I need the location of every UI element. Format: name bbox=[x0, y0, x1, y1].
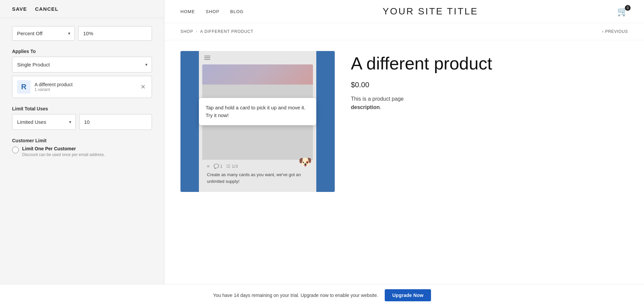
product-info: A different product 1 variant bbox=[35, 82, 135, 92]
cancel-button[interactable]: CANCEL bbox=[35, 5, 59, 13]
dog-emoji: 🐶 bbox=[299, 156, 312, 168]
limit-type-select[interactable]: Limited Uses Unlimited Uses bbox=[12, 114, 75, 130]
card-footer-icons: ≡ 💬 1 ☑ 1/3 bbox=[207, 164, 308, 169]
previous-link[interactable]: ‹ PREVIOUS bbox=[602, 29, 628, 34]
applies-to-label: Applies To bbox=[12, 49, 152, 54]
limit-one-label: Limit One Per Customer bbox=[22, 146, 105, 151]
description-bold: description bbox=[351, 104, 380, 110]
bottom-banner: You have 14 days remaining on your trial… bbox=[0, 284, 644, 306]
discount-type-select[interactable]: Percent Off Amount Off Free Shipping bbox=[12, 27, 74, 40]
menu-line-2 bbox=[204, 57, 210, 58]
tooltip-card: Tap and hold a card to pick it up and mo… bbox=[199, 98, 316, 125]
banner-message: You have 14 days remaining on your trial… bbox=[213, 293, 378, 298]
limit-one-radio-row: Limit One Per Customer Discount can be u… bbox=[12, 146, 152, 157]
count-icon: 💬 1 bbox=[214, 164, 223, 169]
menu-line-1 bbox=[204, 56, 210, 56]
discount-type-select-wrapper[interactable]: Percent Off Amount Off Free Shipping ▾ bbox=[12, 26, 75, 41]
menu-icon bbox=[204, 56, 210, 60]
site-title: YOUR SITE TITLE bbox=[244, 6, 617, 17]
discount-type-row: Percent Off Amount Off Free Shipping ▾ bbox=[12, 26, 152, 41]
site-header: HOME SHOP BLOG YOUR SITE TITLE 🛒 0 bbox=[164, 0, 644, 23]
comment-icon: ≡ bbox=[207, 164, 210, 169]
site-nav: HOME SHOP BLOG bbox=[180, 9, 244, 14]
save-button[interactable]: SAVE bbox=[12, 5, 27, 13]
card-top-strip bbox=[202, 64, 313, 85]
limit-value-input[interactable] bbox=[79, 114, 152, 130]
cart-icon-wrapper[interactable]: 🛒 0 bbox=[617, 6, 628, 17]
radio-label-group: Limit One Per Customer Discount can be u… bbox=[22, 146, 105, 157]
toolbar: SAVE CANCEL bbox=[0, 0, 164, 18]
upgrade-button[interactable]: Upgrade Now bbox=[385, 289, 431, 301]
breadcrumb-sep: › bbox=[196, 29, 198, 34]
cart-badge: 0 bbox=[625, 5, 631, 11]
product-icon: R bbox=[17, 80, 31, 94]
applies-to-select-wrapper[interactable]: Single Product All Products Product Cate… bbox=[12, 57, 152, 72]
breadcrumb: SHOP › A DIFFERENT PRODUCT bbox=[180, 29, 254, 34]
product-item: R A different product 1 variant ✕ bbox=[12, 76, 152, 98]
customer-limit-section: Customer Limit Limit One Per Customer Di… bbox=[12, 138, 152, 157]
blue-column-left bbox=[180, 51, 199, 192]
product-section: Tap and hold a card to pick it up and mo… bbox=[164, 40, 644, 284]
product-price: $0.00 bbox=[351, 81, 628, 89]
customer-limit-label: Customer Limit bbox=[12, 138, 152, 143]
limit-one-radio[interactable] bbox=[12, 147, 19, 153]
right-panel: HOME SHOP BLOG YOUR SITE TITLE 🛒 0 SHOP … bbox=[164, 0, 644, 284]
product-description: This is a product page description. bbox=[351, 95, 628, 112]
applies-to-select[interactable]: Single Product All Products Product Cate… bbox=[12, 57, 152, 72]
breadcrumb-bar: SHOP › A DIFFERENT PRODUCT ‹ PREVIOUS bbox=[164, 23, 644, 40]
card-footer: ≡ 💬 1 ☑ 1/3 Create as many cards as you … bbox=[202, 160, 313, 189]
blue-column-right bbox=[316, 51, 335, 192]
description-text: This is a product page bbox=[351, 96, 404, 102]
card-header bbox=[199, 51, 316, 64]
product-name: A different product bbox=[35, 82, 135, 87]
breadcrumb-current: A DIFFERENT PRODUCT bbox=[200, 29, 254, 34]
nav-shop[interactable]: SHOP bbox=[206, 9, 219, 14]
check-icon: ☑ 1/3 bbox=[226, 164, 238, 169]
nav-home[interactable]: HOME bbox=[180, 9, 195, 14]
remove-product-button[interactable]: ✕ bbox=[139, 83, 147, 91]
product-variant: 1 variant bbox=[35, 87, 135, 92]
card-footer-text: Create as many cards as you want, we've … bbox=[207, 171, 308, 185]
panel-content: Percent Off Amount Off Free Shipping ▾ A… bbox=[0, 18, 164, 165]
nav-blog[interactable]: BLOG bbox=[230, 9, 244, 14]
applies-to-section: Applies To Single Product All Products P… bbox=[12, 49, 152, 98]
limit-one-desc: Discount can be used once per email addr… bbox=[22, 152, 105, 157]
limit-total-uses-section: Limit Total Uses Limited Uses Unlimited … bbox=[12, 106, 152, 130]
product-title: A different product bbox=[351, 54, 628, 74]
menu-line-3 bbox=[204, 59, 210, 60]
breadcrumb-shop[interactable]: SHOP bbox=[180, 29, 193, 34]
left-panel: SAVE CANCEL Percent Off Amount Off Free … bbox=[0, 0, 164, 284]
limit-type-select-wrapper[interactable]: Limited Uses Unlimited Uses ▾ bbox=[12, 114, 76, 130]
product-image-area: Tap and hold a card to pick it up and mo… bbox=[180, 51, 335, 192]
discount-value-input[interactable] bbox=[78, 26, 152, 41]
limit-row: Limited Uses Unlimited Uses ▾ bbox=[12, 114, 152, 130]
tooltip-text: Tap and hold a card to pick it up and mo… bbox=[206, 104, 310, 119]
product-details: A different product $0.00 This is a prod… bbox=[351, 51, 628, 273]
description-end: . bbox=[380, 104, 381, 110]
limit-total-uses-label: Limit Total Uses bbox=[12, 106, 152, 111]
product-icon-letter: R bbox=[21, 83, 26, 91]
